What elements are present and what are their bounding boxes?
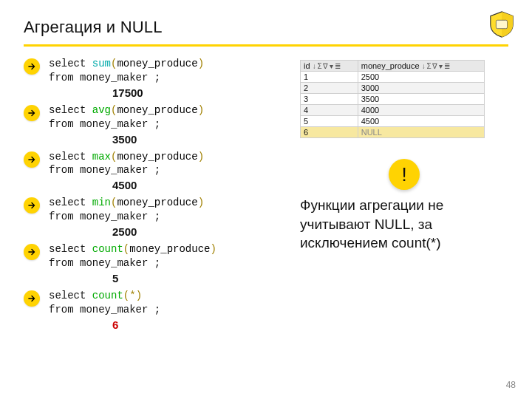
cell-id: 4 [301,105,358,116]
query-result: 6 [112,318,282,331]
table-header: id ↓ Σ ∇ ▾ ≣ [301,61,358,72]
cell-id: 2 [301,83,358,94]
cell-value: 4500 [358,116,484,127]
brand-logo-icon [488,10,516,38]
arrow-icon [24,244,40,260]
title-underline [24,44,508,47]
table-row: 6NULL [301,127,485,138]
arrow-icon [24,105,40,121]
arrow-icon [24,151,40,168]
sql-code: select max(money_produce) from money_mak… [49,150,204,178]
cell-id: 1 [301,72,358,83]
data-table: id ↓ Σ ∇ ▾ ≣money_produce ↓ Σ ∇ ▾ ≣ 1250… [300,60,485,138]
query-result: 4500 [112,179,282,191]
cell-value: 2500 [358,72,484,83]
callout-text: Функции агрегации не учитывают NULL, за … [300,196,508,253]
cell-id: 3 [301,94,358,105]
query-result: 5 [112,272,282,284]
cell-id: 5 [301,116,358,127]
sql-code: select count(money_produce) from money_m… [49,242,216,270]
query-result: 2500 [112,225,282,238]
query-result: 17500 [112,86,282,99]
query-item: select max(money_produce) from money_mak… [24,150,282,178]
query-item: select min(money_produce) from money_mak… [24,196,282,224]
queries-column: select sum(money_produce) from money_mak… [24,57,282,335]
exclamation-icon: ! [389,159,420,190]
cell-value: 4000 [358,105,484,116]
cell-value: NULL [358,127,484,138]
sql-code: select sum(money_produce) from money_mak… [49,57,204,85]
arrow-icon [24,58,40,75]
svg-rect-0 [496,20,507,28]
cell-value: 3000 [358,83,484,94]
query-item: select count(money_produce) from money_m… [24,242,282,270]
table-row: 54500 [301,116,485,127]
arrow-icon [24,290,40,307]
page-number: 48 [506,380,516,390]
cell-value: 3500 [358,94,484,105]
sql-code: select min(money_produce) from money_mak… [49,196,204,224]
table-row: 23000 [301,83,485,94]
table-row: 44000 [301,105,485,116]
table-header: money_produce ↓ Σ ∇ ▾ ≣ [358,61,484,72]
table-row: 33500 [301,94,485,105]
cell-id: 6 [301,127,358,138]
sql-code: select avg(money_produce) from money_mak… [49,103,204,132]
query-result: 3500 [112,133,282,146]
query-item: select sum(money_produce) from money_mak… [24,57,282,85]
page-title: Агрегация и NULL [24,18,508,37]
sql-code: select count(*) from money_maker ; [49,289,160,317]
callout: ! Функции агрегации не учитывают NULL, з… [300,159,508,253]
table-row: 12500 [301,72,485,83]
query-item: select count(*) from money_maker ; [24,289,282,317]
arrow-icon [24,197,40,214]
query-item: select avg(money_produce) from money_mak… [24,103,282,132]
